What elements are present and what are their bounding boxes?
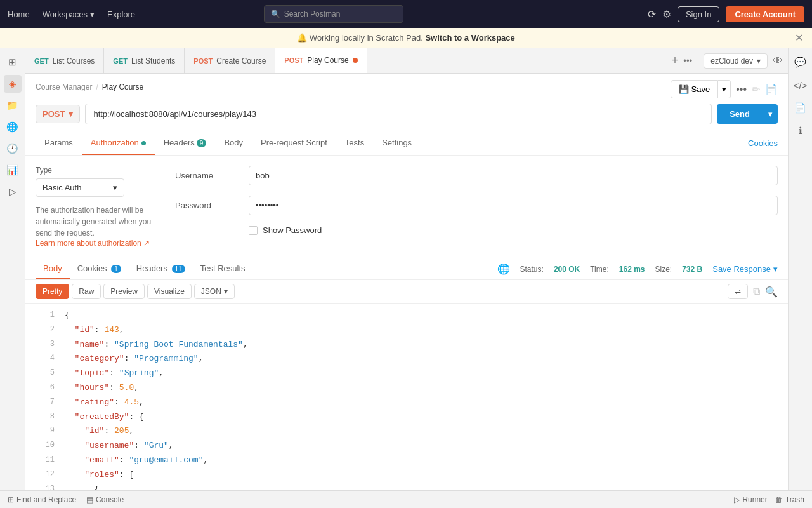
breadcrumb-parent[interactable]: Course Manager [36,83,92,91]
auth-type-label: Type [36,166,162,175]
right-icon-comment[interactable]: 💬 [792,53,809,71]
sidebar-icon-monitor[interactable]: 📊 [4,161,22,179]
auth-username-label: Username [175,171,239,180]
breadcrumb-separator: / [96,83,98,91]
right-icon-docs[interactable]: 📄 [792,99,809,117]
cookies-link[interactable]: Cookies [748,138,778,148]
tab-list-courses[interactable]: GET List Courses [25,48,104,73]
find-replace-button[interactable]: ⊞ Find and Replace [8,495,76,504]
format-pretty-button[interactable]: Pretty [36,284,69,299]
response-status-bar: 🌐 Status: 200 OK Time: 162 ms Size: 732 … [497,263,778,275]
tab-list-students[interactable]: GET List Students [104,48,185,73]
resp-tab-test-results[interactable]: Test Results [193,258,253,279]
tab-play-course[interactable]: POST Play Course [275,48,367,73]
format-raw-button[interactable]: Raw [72,284,101,299]
json-line-4: 4 "category": "Programming", [25,352,788,366]
runner-button[interactable]: ▷ Runner [734,495,767,504]
method-select[interactable]: POST ▾ [36,105,80,123]
size-value: 732 B [682,265,702,274]
show-password-checkbox[interactable] [249,226,258,235]
copy-button[interactable]: ⧉ [753,286,760,297]
sidebar-icon-environments[interactable]: 🌐 [4,118,22,136]
req-tab-tests[interactable]: Tests [336,131,373,155]
edit-icon-button[interactable]: ✏ [752,83,760,95]
sidebar-icon-history[interactable]: 🕐 [4,140,22,157]
send-group: Send ▾ [717,104,778,124]
view-icon[interactable]: 👁 [773,55,783,67]
create-account-button[interactable]: Create Account [726,6,804,22]
show-password-row: Show Password [249,225,778,235]
req-tab-body[interactable]: Body [215,131,252,155]
save-dropdown-button[interactable]: ▾ [718,80,731,98]
tab-method-post: POST [284,57,303,64]
auth-password-label: Password [175,201,239,210]
json-line-13: 13 { [25,483,788,490]
req-tab-authorization[interactable]: Authorization [82,131,155,155]
sidebar-icon-runner[interactable]: ▷ [4,183,22,201]
more-options-button[interactable]: ••• [736,84,747,95]
workspace-selector[interactable]: ezCloud dev ▾ [704,53,768,69]
find-replace-label: Find and Replace [16,495,76,504]
tab-method-post: POST [193,57,213,65]
trash-icon: 🗑 [775,495,783,504]
right-icon-info[interactable]: ℹ [792,122,809,140]
sync-icon[interactable]: ⟳ [648,8,656,20]
sidebar-icon-api[interactable]: ◈ [4,75,22,93]
tab-label: List Students [131,57,175,65]
left-sidebar: ⊞ ◈ 📁 🌐 🕐 📊 ▷ [0,48,25,490]
signin-button[interactable]: Sign In [678,6,719,22]
request-tabs: Params Authorization Headers9 Body Pre-r… [25,131,788,156]
wrap-lines-button[interactable]: ⇌ [728,284,748,299]
search-bar[interactable]: 🔍 Search Postman [264,5,403,23]
auth-learn-link[interactable]: Learn more about authorization ↗ [36,239,162,248]
banner-close-button[interactable]: ✕ [795,32,803,44]
sidebar-icon-collections[interactable]: 📁 [4,97,22,114]
console-button[interactable]: ▤ Console [86,495,124,504]
save-button[interactable]: 💾 Save [671,80,719,98]
req-tab-headers[interactable]: Headers9 [155,131,216,155]
resp-tab-body[interactable]: Body [36,258,70,279]
format-visualize-button[interactable]: Visualize [147,284,192,299]
send-button[interactable]: Send [717,104,763,124]
banner-switch-link[interactable]: Switch to a Workspace [425,33,514,43]
auth-password-input[interactable] [249,196,778,215]
nav-workspaces[interactable]: Workspaces ▾ [43,10,95,19]
breadcrumb-current: Play Course [102,83,143,91]
response-area: Body Cookies 1 Headers 11 Test Results 🌐… [25,258,788,490]
format-preview-button[interactable]: Preview [103,284,145,299]
trash-button[interactable]: 🗑 Trash [775,495,804,504]
sidebar-icon-home[interactable]: ⊞ [4,53,22,71]
banner-icon: 🔔 [297,33,307,43]
save-response-button[interactable]: Save Response ▾ [712,264,778,274]
settings-icon[interactable]: ⚙ [662,8,671,20]
tab-method-get: GET [34,57,49,65]
workspace-chevron: ▾ [757,57,761,65]
req-tab-pre-request[interactable]: Pre-request Script [252,131,336,155]
globe-icon[interactable]: 🌐 [497,263,510,275]
bottom-bar: ⊞ Find and Replace ▤ Console ▷ Runner 🗑 … [0,490,812,508]
send-dropdown-button[interactable]: ▾ [763,104,778,124]
search-icon: 🔍 [271,10,280,18]
req-tab-params[interactable]: Params [36,131,82,155]
req-tab-settings[interactable]: Settings [373,131,421,155]
tab-create-course[interactable]: POST Create Course [185,48,275,73]
search-json-button[interactable]: 🔍 [765,286,778,298]
console-icon: ▤ [86,495,93,504]
json-format-select[interactable]: JSON ▾ [194,284,235,299]
json-line-11: 11 "email": "gru@email.com", [25,453,788,468]
trash-label: Trash [785,495,804,504]
resp-tab-cookies[interactable]: Cookies 1 [70,258,129,279]
json-line-1: 1 { [25,309,788,323]
json-body: 1 { 2 "id": 143, 3 "name": "Spring Boot … [25,304,788,490]
resp-tab-headers[interactable]: Headers 11 [129,258,193,279]
doc-icon-button[interactable]: 📄 [765,83,778,95]
url-input[interactable] [85,104,712,124]
auth-username-input[interactable] [249,166,778,185]
nav-home[interactable]: Home [8,10,30,19]
auth-type-select[interactable]: Basic Auth ▾ [36,178,124,197]
nav-explore[interactable]: Explore [107,10,135,19]
tab-more-button[interactable]: ••• [683,56,692,65]
right-icon-code[interactable]: </> [792,76,809,94]
tab-add-button[interactable]: + [672,54,679,67]
tab-actions: + ••• [672,54,699,67]
